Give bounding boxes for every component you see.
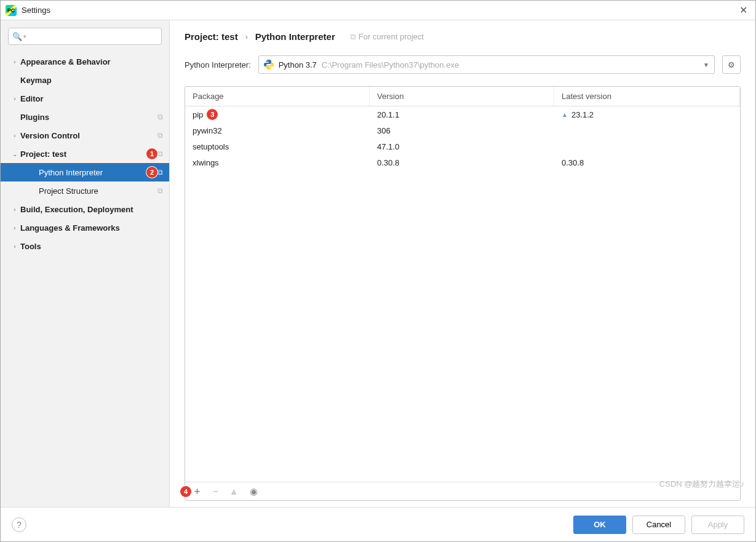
- chevron-right-icon: ›: [245, 33, 248, 41]
- sidebar-item-tools[interactable]: ›Tools: [1, 237, 169, 255]
- copy-icon: ⧉: [350, 32, 356, 42]
- table-header: Package Version Latest version: [185, 87, 740, 106]
- header-latest[interactable]: Latest version: [554, 87, 740, 106]
- sidebar-item-label: Project: test: [20, 149, 150, 159]
- scope-hint: ⧉ For current project: [350, 32, 424, 42]
- sidebar-item-label: Tools: [20, 242, 163, 251]
- sidebar-item-editor[interactable]: ›Editor: [1, 89, 169, 108]
- copy-icon: ⧉: [157, 168, 163, 177]
- sidebar-item-languages-frameworks[interactable]: ›Languages & Frameworks: [1, 218, 169, 237]
- help-button[interactable]: ?: [12, 517, 26, 532]
- cell-version: 47.1.0: [370, 142, 554, 151]
- sidebar-item-build-execution-deployment[interactable]: ›Build, Execution, Deployment: [1, 200, 169, 218]
- close-icon[interactable]: ✕: [736, 4, 750, 16]
- cell-latest: 0.30.8: [554, 158, 740, 167]
- sidebar: 🔍 ▾ ›Appearance & BehaviorKeymap›EditorP…: [1, 20, 170, 507]
- sidebar-item-label: Plugins: [20, 113, 157, 122]
- interpreter-label: Python Interpreter:: [185, 60, 251, 70]
- sidebar-item-version-control[interactable]: ›Version Control⧉: [1, 126, 169, 145]
- interpreter-settings-button[interactable]: ⚙: [722, 55, 741, 74]
- update-available-icon: ▲: [562, 111, 568, 118]
- table-body: pip320.1.1▲23.1.2pywin32306setuptools47.…: [185, 106, 740, 482]
- annotation-badge-2: 2: [146, 167, 157, 178]
- packages-table: Package Version Latest version pip320.1.…: [185, 86, 741, 501]
- chevron-right-icon: ›: [9, 58, 20, 65]
- interpreter-path: C:\Program Files\Python37\python.exe: [322, 60, 698, 70]
- copy-icon: ⧉: [157, 131, 163, 140]
- copy-icon: ⧉: [157, 186, 163, 195]
- search-dropdown-icon: ▾: [23, 33, 26, 39]
- search-box[interactable]: 🔍 ▾: [8, 28, 162, 45]
- sidebar-item-appearance-behavior[interactable]: ›Appearance & Behavior: [1, 52, 169, 71]
- chevron-down-icon: ⌄: [9, 151, 20, 157]
- table-toolbar: 4 ＋ − ▲ ◉: [185, 482, 740, 500]
- chevron-right-icon: ›: [9, 206, 20, 213]
- copy-icon: ⧉: [157, 149, 163, 158]
- cell-package: xlwings: [185, 158, 370, 167]
- sidebar-item-plugins[interactable]: Plugins⧉: [1, 108, 169, 126]
- sidebar-item-label: Languages & Frameworks: [20, 223, 163, 233]
- sidebar-item-label: Python Interpreter: [39, 168, 150, 177]
- table-row[interactable]: pip320.1.1▲23.1.2: [185, 106, 740, 122]
- chevron-right-icon: ›: [9, 243, 20, 250]
- breadcrumb: Project: test › Python Interpreter ⧉ For…: [185, 31, 741, 42]
- chevron-down-icon: ▼: [703, 62, 709, 68]
- app-icon: PC: [6, 5, 17, 16]
- cell-version: 306: [370, 126, 554, 135]
- search-input[interactable]: [29, 32, 157, 41]
- sidebar-item-keymap[interactable]: Keymap: [1, 71, 169, 89]
- window-title: Settings: [22, 6, 736, 15]
- table-row[interactable]: setuptools47.1.0: [185, 138, 740, 154]
- chevron-right-icon: ›: [9, 95, 20, 102]
- breadcrumb-project[interactable]: Project: test: [185, 31, 238, 42]
- add-package-button[interactable]: ＋: [193, 485, 202, 497]
- cell-package: pywin32: [185, 126, 370, 135]
- search-icon: 🔍: [12, 32, 22, 41]
- sidebar-item-label: Version Control: [20, 131, 157, 140]
- annotation-badge-3: 3: [207, 109, 218, 120]
- cell-package: setuptools: [185, 142, 370, 151]
- interpreter-row: Python Interpreter: Python 3.7 C:\Progra…: [185, 55, 741, 74]
- sidebar-item-label: Editor: [20, 94, 163, 103]
- upgrade-package-button[interactable]: ▲: [229, 486, 239, 496]
- interpreter-name: Python 3.7: [279, 60, 317, 70]
- interpreter-select[interactable]: Python 3.7 C:\Program Files\Python37\pyt…: [258, 55, 715, 74]
- annotation-badge-4: 4: [180, 486, 191, 497]
- gear-icon: ⚙: [728, 60, 735, 70]
- header-version[interactable]: Version: [370, 87, 554, 106]
- cancel-button[interactable]: Cancel: [632, 516, 685, 534]
- show-early-releases-button[interactable]: ◉: [250, 486, 258, 497]
- sidebar-item-project-structure[interactable]: Project Structure⧉: [1, 181, 169, 200]
- chevron-right-icon: ›: [9, 132, 20, 139]
- python-icon: [264, 60, 274, 70]
- sidebar-item-label: Project Structure: [39, 186, 157, 196]
- dialog-footer: ? OK Cancel Apply: [1, 507, 755, 541]
- header-package[interactable]: Package: [185, 87, 370, 106]
- cell-version: 0.30.8: [370, 158, 554, 167]
- cell-version: 20.1.1: [370, 110, 554, 119]
- copy-icon: ⧉: [157, 113, 163, 121]
- remove-package-button[interactable]: −: [213, 486, 218, 496]
- cell-package: pip3: [185, 109, 370, 120]
- annotation-badge-1: 1: [146, 148, 157, 159]
- sidebar-item-label: Keymap: [20, 76, 163, 85]
- settings-tree: ›Appearance & BehaviorKeymap›EditorPlugi…: [1, 52, 169, 507]
- apply-button[interactable]: Apply: [691, 516, 744, 534]
- main-panel: Project: test › Python Interpreter ⧉ For…: [170, 20, 755, 507]
- breadcrumb-interpreter: Python Interpreter: [255, 31, 335, 42]
- ok-button[interactable]: OK: [573, 516, 626, 534]
- chevron-right-icon: ›: [9, 225, 20, 231]
- sidebar-item-project-test[interactable]: ⌄Project: test1⧉: [1, 145, 169, 163]
- table-row[interactable]: pywin32306: [185, 122, 740, 138]
- sidebar-item-label: Build, Execution, Deployment: [20, 205, 163, 214]
- sidebar-item-python-interpreter[interactable]: Python Interpreter2⧉: [1, 163, 169, 181]
- content: 🔍 ▾ ›Appearance & BehaviorKeymap›EditorP…: [1, 20, 755, 507]
- cell-latest: ▲23.1.2: [554, 110, 740, 119]
- sidebar-item-label: Appearance & Behavior: [20, 57, 163, 66]
- table-row[interactable]: xlwings0.30.80.30.8: [185, 154, 740, 170]
- titlebar: PC Settings ✕: [1, 1, 755, 20]
